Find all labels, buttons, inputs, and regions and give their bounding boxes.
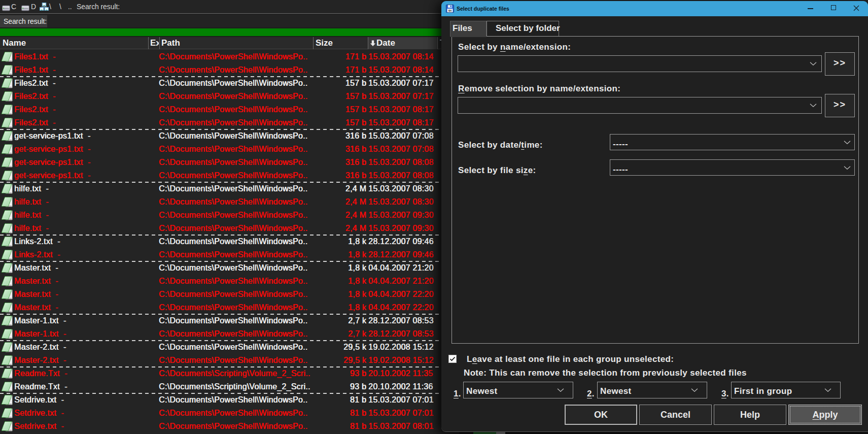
svg-text:64: 64: [448, 9, 452, 12]
